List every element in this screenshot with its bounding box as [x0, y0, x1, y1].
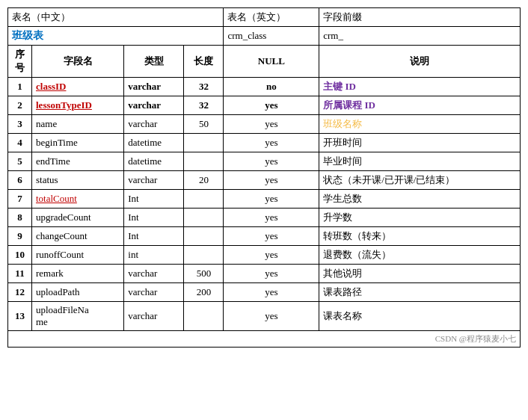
table-prefix: crm_ — [319, 27, 521, 46]
length-cell — [184, 227, 224, 246]
field-name-cell: beginTime — [32, 134, 124, 152]
col-type: 类型 — [124, 46, 184, 78]
table-title-row: 班级表 crm_class crm_ — [8, 27, 521, 46]
length-cell: 20 — [184, 171, 224, 190]
desc-cell: 退费数（流失） — [319, 246, 521, 265]
col-desc: 说明 — [319, 46, 521, 78]
field-name-cell: classID — [32, 78, 124, 96]
field-name-cell: uploadPath — [32, 283, 124, 302]
desc-cell: 课表路径 — [319, 283, 521, 302]
length-cell: 500 — [184, 265, 224, 283]
type-cell: Int — [124, 227, 184, 246]
null-cell: yes — [224, 209, 319, 227]
field-name-cell: endTime — [32, 152, 124, 171]
main-table: 表名（中文） 表名（英文） 字段前缀 班级表 crm_class crm_ 序号… — [7, 7, 521, 348]
table-row: 8upgradeCountIntyes升学数 — [8, 209, 521, 227]
type-cell: varchar — [124, 115, 184, 134]
type-cell: datetime — [124, 152, 184, 171]
type-cell: varchar — [124, 96, 184, 115]
seq-cell: 1 — [8, 78, 32, 96]
length-cell: 32 — [184, 96, 224, 115]
null-cell: yes — [224, 246, 319, 265]
desc-cell: 开班时间 — [319, 134, 521, 152]
table-row: 5endTimedatetimeyes毕业时间 — [8, 152, 521, 171]
desc-cell: 毕业时间 — [319, 152, 521, 171]
col-field: 字段名 — [32, 46, 124, 78]
desc-cell: 班级名称 — [319, 115, 521, 134]
type-cell: int — [124, 246, 184, 265]
null-cell: yes — [224, 134, 319, 152]
seq-cell: 7 — [8, 190, 32, 209]
null-cell: yes — [224, 302, 319, 331]
col-null: NULL — [224, 46, 319, 78]
seq-cell: 10 — [8, 246, 32, 265]
length-cell — [184, 152, 224, 171]
table-row: 4beginTimedatetimeyes开班时间 — [8, 134, 521, 152]
length-cell: 50 — [184, 115, 224, 134]
table-row: 13uploadFileNamevarcharyes课表名称 — [8, 302, 521, 331]
null-cell: yes — [224, 265, 319, 283]
seq-cell: 2 — [8, 96, 32, 115]
en-name-label: 表名（英文） — [224, 8, 319, 27]
seq-cell: 9 — [8, 227, 32, 246]
desc-cell: 升学数 — [319, 209, 521, 227]
cn-name-label: 表名（中文） — [8, 8, 224, 27]
type-cell: varchar — [124, 283, 184, 302]
col-seq: 序号 — [8, 46, 32, 78]
desc-cell: 学生总数 — [319, 190, 521, 209]
length-cell — [184, 302, 224, 331]
watermark-row: CSDN @程序猿麦小七 — [8, 331, 521, 348]
table-body: 1classIDvarchar32no主键 ID2lessonTypeIDvar… — [8, 78, 521, 331]
field-name-cell: lessonTypeID — [32, 96, 124, 115]
table-meta-header: 表名（中文） 表名（英文） 字段前缀 — [8, 8, 521, 27]
field-name-cell: totalCount — [32, 190, 124, 209]
field-name-cell: remark — [32, 265, 124, 283]
prefix-label: 字段前缀 — [319, 8, 521, 27]
type-cell: datetime — [124, 134, 184, 152]
desc-cell: 主键 ID — [319, 78, 521, 96]
length-cell: 200 — [184, 283, 224, 302]
table-row: 2lessonTypeIDvarchar32yes所属课程 ID — [8, 96, 521, 115]
seq-cell: 11 — [8, 265, 32, 283]
col-length: 长度 — [184, 46, 224, 78]
table-row: 7totalCountIntyes学生总数 — [8, 190, 521, 209]
column-headers: 序号 字段名 类型 长度 NULL 说明 — [8, 46, 521, 78]
field-name-cell: changeCount — [32, 227, 124, 246]
table-row: 12uploadPathvarchar200yes课表路径 — [8, 283, 521, 302]
table-row: 11remarkvarchar500yes其他说明 — [8, 265, 521, 283]
null-cell: yes — [224, 283, 319, 302]
seq-cell: 3 — [8, 115, 32, 134]
type-cell: varchar — [124, 265, 184, 283]
field-name-cell: upgradeCount — [32, 209, 124, 227]
field-name-cell: uploadFileName — [32, 302, 124, 331]
desc-cell: 所属课程 ID — [319, 96, 521, 115]
watermark: CSDN @程序猿麦小七 — [8, 331, 521, 348]
table-row: 10runoffCountintyes退费数（流失） — [8, 246, 521, 265]
type-cell: varchar — [124, 302, 184, 331]
length-cell: 32 — [184, 78, 224, 96]
null-cell: yes — [224, 115, 319, 134]
seq-cell: 6 — [8, 171, 32, 190]
type-cell: Int — [124, 190, 184, 209]
field-name-cell: name — [32, 115, 124, 134]
desc-cell: 状态（未开课/已开课/已结束） — [319, 171, 521, 190]
length-cell — [184, 209, 224, 227]
field-name-cell: status — [32, 171, 124, 190]
length-cell — [184, 246, 224, 265]
table-row: 1classIDvarchar32no主键 ID — [8, 78, 521, 96]
table-row: 9changeCountIntyes转班数（转来） — [8, 227, 521, 246]
table-row: 6statusvarchar20yes状态（未开课/已开课/已结束） — [8, 171, 521, 190]
seq-cell: 5 — [8, 152, 32, 171]
null-cell: yes — [224, 227, 319, 246]
type-cell: Int — [124, 209, 184, 227]
type-cell: varchar — [124, 78, 184, 96]
field-name-cell: runoffCount — [32, 246, 124, 265]
null-cell: yes — [224, 96, 319, 115]
null-cell: yes — [224, 152, 319, 171]
null-cell: no — [224, 78, 319, 96]
en-table-name: crm_class — [224, 27, 319, 46]
seq-cell: 8 — [8, 209, 32, 227]
desc-cell: 转班数（转来） — [319, 227, 521, 246]
seq-cell: 4 — [8, 134, 32, 152]
null-cell: yes — [224, 171, 319, 190]
